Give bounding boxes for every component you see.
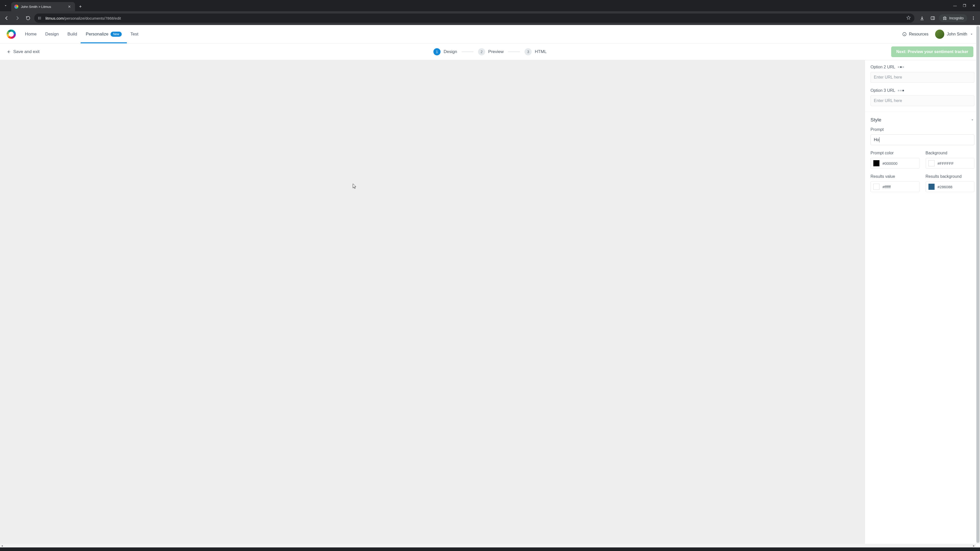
results-background-value: #286088 xyxy=(938,185,953,189)
save-and-exit-label: Save and exit xyxy=(13,49,40,54)
svg-point-4 xyxy=(943,19,945,20)
svg-point-7 xyxy=(973,18,974,19)
option2-url-label: Option 2 URL xyxy=(870,65,974,69)
favicon-icon xyxy=(14,5,18,9)
color-swatch[interactable] xyxy=(928,160,935,166)
scrollbar-track[interactable] xyxy=(4,544,972,548)
resources-link[interactable]: Resources xyxy=(902,32,928,37)
scroll-right-arrow-icon[interactable]: ► xyxy=(972,545,976,547)
resources-label: Resources xyxy=(909,32,928,37)
url-text: litmus.com/personalize/documents/7868/ed… xyxy=(45,16,903,21)
nav-design-label: Design xyxy=(45,32,59,37)
option3-url-input[interactable]: Enter URL here xyxy=(870,95,974,106)
window-maximize-icon[interactable]: ❐ xyxy=(963,3,966,8)
step-separator xyxy=(508,52,520,52)
next-preview-button[interactable]: Next: Preview your sentiment tracker xyxy=(891,46,974,57)
color-swatch[interactable] xyxy=(928,184,935,190)
nav-reload-button[interactable] xyxy=(24,14,33,23)
prompt-color-value: #000000 xyxy=(883,161,897,165)
prompt-input[interactable]: Ho xyxy=(870,135,974,145)
downloads-icon[interactable] xyxy=(918,14,927,23)
browser-menu-icon[interactable] xyxy=(969,14,978,23)
window-minimize-icon[interactable]: ― xyxy=(953,3,957,8)
window-close-icon[interactable]: ✕ xyxy=(972,3,975,8)
svg-point-2 xyxy=(38,19,39,19)
browser-tab[interactable]: John Smith > Litmus ✕ xyxy=(11,2,75,11)
color-swatch[interactable] xyxy=(873,184,880,190)
close-tab-icon[interactable]: ✕ xyxy=(67,4,72,9)
sidepanel-icon[interactable] xyxy=(928,14,937,23)
color-swatch[interactable] xyxy=(873,160,880,166)
nav-build-label: Build xyxy=(67,32,77,37)
background-label: Background xyxy=(926,151,975,156)
nav-test-label: Test xyxy=(130,32,138,37)
prompt-label: Prompt xyxy=(870,127,974,132)
tab-search-dropdown[interactable] xyxy=(0,0,11,11)
nav-personalize[interactable]: Personalize New xyxy=(86,25,122,43)
svg-rect-3 xyxy=(931,17,935,20)
site-info-icon[interactable] xyxy=(38,16,42,21)
scrollbar-thumb[interactable] xyxy=(977,26,980,543)
step-2-number: 2 xyxy=(478,48,485,56)
svg-point-0 xyxy=(38,17,39,17)
nav-test[interactable]: Test xyxy=(130,25,138,43)
option2-url-placeholder: Enter URL here xyxy=(874,75,902,79)
nav-build[interactable]: Build xyxy=(67,25,77,43)
user-menu[interactable]: John Smith xyxy=(935,30,974,39)
prompt-value: Ho xyxy=(874,138,879,142)
step-3-label: HTML xyxy=(535,49,547,54)
incognito-label: Incognito xyxy=(949,16,964,20)
step-1-number: 1 xyxy=(433,48,441,56)
step-2-label: Preview xyxy=(488,49,504,54)
results-value-input[interactable]: #ffffff xyxy=(870,181,920,192)
page-vertical-scrollbar[interactable] xyxy=(976,25,980,544)
prompt-color-label: Prompt color xyxy=(870,151,920,156)
prompt-color-input[interactable]: #000000 xyxy=(870,158,920,168)
nav-design[interactable]: Design xyxy=(45,25,59,43)
style-section-title: Style xyxy=(870,117,881,123)
step-3-number: 3 xyxy=(525,48,532,56)
step-separator xyxy=(462,52,473,52)
bookmark-star-icon[interactable] xyxy=(906,16,911,21)
save-and-exit-link[interactable]: Save and exit xyxy=(6,49,40,54)
incognito-badge[interactable]: Incognito xyxy=(939,14,967,22)
design-canvas[interactable] xyxy=(0,60,865,548)
next-button-label: Next: Preview your sentiment tracker xyxy=(896,49,968,54)
nav-personalize-label: Personalize xyxy=(86,32,108,37)
address-bar[interactable]: litmus.com/personalize/documents/7868/ed… xyxy=(34,14,915,23)
sub-toolbar: Save and exit 1 Design 2 Preview 3 HTML … xyxy=(0,43,980,60)
svg-point-6 xyxy=(973,16,974,17)
scroll-left-arrow-icon[interactable]: ◄ xyxy=(0,545,4,547)
user-name: John Smith xyxy=(947,32,967,37)
background-color-input[interactable]: #FFFFFF xyxy=(926,158,975,168)
option-dots-icon xyxy=(898,66,904,68)
option2-url-input[interactable]: Enter URL here xyxy=(870,72,974,83)
page-horizontal-scrollbar[interactable]: ◄ ► xyxy=(0,544,976,548)
wizard-steps: 1 Design 2 Preview 3 HTML xyxy=(433,48,547,56)
avatar xyxy=(935,30,944,39)
text-cursor xyxy=(879,137,880,142)
step-1-label: Design xyxy=(444,49,457,54)
step-preview[interactable]: 2 Preview xyxy=(478,48,504,56)
litmus-logo-icon[interactable] xyxy=(6,30,16,39)
svg-point-8 xyxy=(973,19,974,20)
style-section-header[interactable]: Style xyxy=(870,117,974,123)
results-background-input[interactable]: #286088 xyxy=(926,181,975,192)
results-background-label: Results background xyxy=(926,174,975,179)
step-html[interactable]: 3 HTML xyxy=(525,48,547,56)
nav-home-label: Home xyxy=(25,32,37,37)
option-dots-icon xyxy=(898,90,904,91)
nav-forward-button[interactable] xyxy=(13,14,22,23)
svg-point-5 xyxy=(945,19,946,20)
tab-title: John Smith > Litmus xyxy=(21,5,64,9)
app-header: Home Design Build Personalize New Test R… xyxy=(0,25,980,43)
background-value: #FFFFFF xyxy=(938,161,954,165)
nav-back-button[interactable] xyxy=(2,14,11,23)
step-design[interactable]: 1 Design xyxy=(433,48,457,56)
option3-url-label: Option 3 URL xyxy=(870,88,974,93)
new-badge: New xyxy=(110,32,122,37)
nav-home[interactable]: Home xyxy=(25,25,37,43)
properties-panel: Option 2 URL Enter URL here Option 3 URL… xyxy=(865,60,980,548)
new-tab-button[interactable]: + xyxy=(76,4,84,10)
svg-point-1 xyxy=(38,18,39,18)
